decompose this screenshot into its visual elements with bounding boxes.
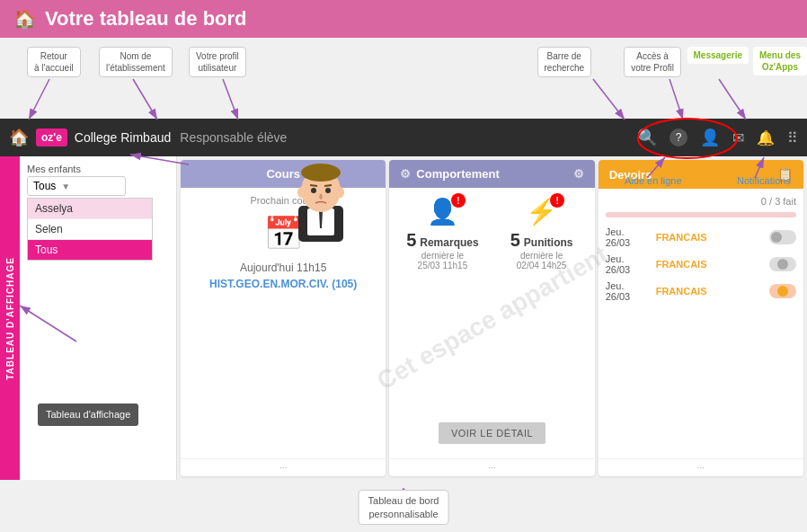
children-dropdown[interactable]: Tous ▼ [27,176,126,196]
svg-point-10 [337,187,344,198]
svg-line-7 [310,185,317,186]
dropdown-option-tous[interactable]: Tous [28,240,152,260]
children-selected: Tous [33,180,56,192]
annot-acces-profil: Accès à votre Profil [624,47,681,77]
annot-ozapps: Menu des Oz'Apps [753,47,807,75]
devoir-row-2: Jeu. 26/03 FRANCAIS [606,253,796,275]
dropdown-option-asselya[interactable]: Asselya [28,199,152,219]
devoirs-progress-bar [606,212,796,217]
navbar-school: College Rimbaud [75,130,171,145]
svg-point-6 [325,188,331,193]
devoir-toggle-2[interactable] [769,257,796,271]
devoirs-count: 0 / 3 fait [606,196,796,207]
comportement-card-footer: ··· [389,458,594,476]
devoirs-header-icon: 📋 [777,167,793,182]
voir-detail-button[interactable]: VOIR LE DÉTAIL [439,422,545,444]
annot-etablissement: Nom de l'établissement [99,47,173,77]
search-icon[interactable]: 🔍 [637,128,657,147]
remarques-badge: ! [451,193,466,208]
devoir-date-3: Jeu. 26/03 [606,280,651,302]
remarques-item: 👤 ! 5 Remarques dernière le 25/03 11h15 [398,197,486,406]
tooltip-tableau: Tableau d'affichage [38,403,138,426]
devoirs-card-body: 0 / 3 fait Jeu. 26/03 FRANCAIS Jeu. 26/0… [599,189,803,458]
help-icon[interactable]: ? [670,129,687,146]
header-home-icon: 🏠 [13,8,36,30]
grid-icon[interactable]: ⠿ [787,129,798,146]
annot-barre-recherche: Barre de recherche [537,47,591,77]
annot-retour: Retour à l'accueil [27,47,81,77]
punitions-badge: ! [550,193,564,208]
devoir-date-1: Jeu. 26/03 [606,226,651,248]
children-label: Mes enfants [27,164,169,174]
punitions-date: dernière le 02/04 14h25 [517,251,567,270]
oz-logo: oz'e [36,129,67,146]
devoirs-card: Devoirs 📋 0 / 3 fait Jeu. 26/03 FRANCAIS… [599,160,803,476]
devoirs-card-header: Devoirs 📋 [599,160,803,189]
punitions-item: ⚡ ! 5 Punitions dernière le 02/04 14h25 [498,197,586,406]
comportement-card-body: 👤 ! 5 Remarques dernière le 25/03 11h15 … [389,188,594,415]
page-header: 🏠 Votre tableau de bord [0,0,807,38]
dropdown-arrow: ▼ [61,182,70,191]
devoir-toggle-3[interactable] [769,284,796,298]
cards-area: Cet espace appartient Cours Prochain cou… [177,156,807,480]
devoir-row-1: Jeu. 26/03 FRANCAIS [606,226,796,248]
devoir-subject-1: FRANCAIS [656,232,764,243]
devoirs-card-footer: ··· [599,458,803,476]
comportement-card-header: ⚙ Comportement ⚙ [389,160,594,188]
annotation-area-top: Retour à l'accueil Nom de l'établissemen… [0,38,807,119]
page-title: Votre tableau de bord [45,7,247,31]
comportement-card: ⚙ Comportement ⚙ 👤 ! 5 Remarques dernièr… [389,160,594,476]
svg-point-9 [297,187,305,198]
comportement-header-label: Comportement [416,167,499,181]
devoir-date-2: Jeu. 26/03 [606,253,651,275]
devoir-toggle-1[interactable] [769,230,796,244]
remarques-label: Remarques [420,236,478,249]
punitions-label: Punitions [524,236,573,249]
cours-time: Aujourd'hui 11h15 [188,262,378,274]
navbar-role: Responsable élève [180,130,287,145]
cours-card-footer: ··· [181,458,386,476]
annot-profil: Votre profil utilisateur [189,47,246,77]
mail-icon[interactable]: ✉ [732,129,744,146]
remarques-icon-wrap: 👤 ! [427,197,458,226]
sidebar-tab[interactable]: TABLEAU D'AFFICHAGE [0,156,20,480]
avatar-image [285,156,357,246]
punitions-count: 5 [510,230,520,251]
gear-icon-right: ⚙ [573,167,584,181]
children-selector: Mes enfants Tous ▼ Asselya Selen Tous [20,156,176,268]
annot-messagerie: Messagerie [687,47,749,64]
svg-point-4 [301,164,341,182]
left-panel: Mes enfants Tous ▼ Asselya Selen Tous Ta… [20,156,177,480]
remarques-count: 5 [406,230,416,251]
sidebar-tab-label: TABLEAU D'AFFICHAGE [5,257,15,380]
dropdown-list: Asselya Selen Tous [27,198,153,261]
navbar-icons: 🔍 ? 👤 ✉ 🔔 ⠿ [637,128,798,147]
cours-name[interactable]: HIST.GEO.EN.MOR.CIV. (105) [188,278,378,290]
gear-icon-left: ⚙ [400,167,411,181]
navbar-home-icon[interactable]: 🏠 [9,128,29,147]
navbar: 🏠 oz'e College Rimbaud Responsable élève… [0,119,807,156]
avatar-wrap [285,156,366,246]
devoir-row-3: Jeu. 26/03 FRANCAIS [606,280,796,302]
svg-line-8 [324,185,332,186]
devoirs-header-label: Devoirs [609,168,652,182]
svg-point-5 [311,188,316,193]
bell-icon[interactable]: 🔔 [757,129,775,146]
dropdown-option-selen[interactable]: Selen [28,219,152,240]
bottom-annotation-area: ↑ Tableau de bord personnalisable [0,480,807,529]
remarques-date: dernière le 25/03 11h15 [418,251,468,270]
devoir-subject-3: FRANCAIS [656,286,764,297]
annot-tableau-bord-perso: Tableau de bord personnalisable [359,490,449,525]
punitions-icon-wrap: ⚡ ! [526,197,557,226]
devoir-subject-2: FRANCAIS [656,259,764,270]
user-icon[interactable]: 👤 [700,128,720,147]
